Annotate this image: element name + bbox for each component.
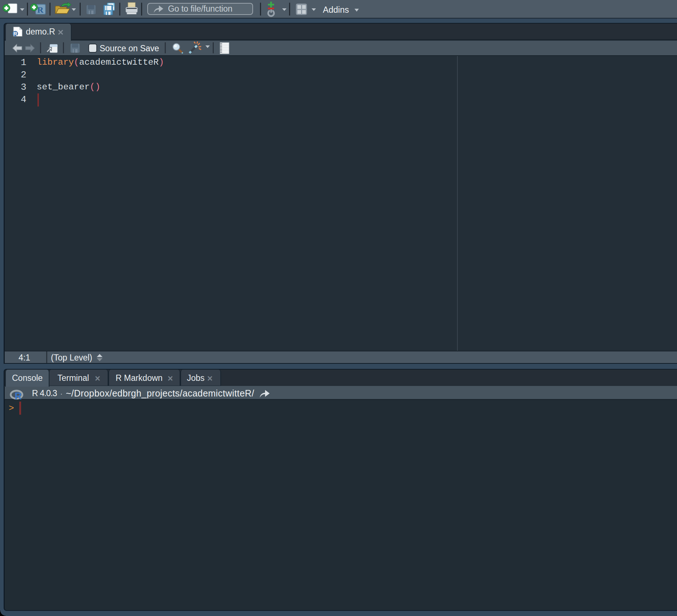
svg-text:R: R bbox=[13, 31, 17, 37]
svg-text:R: R bbox=[15, 391, 22, 402]
svg-text:R: R bbox=[37, 5, 44, 15]
